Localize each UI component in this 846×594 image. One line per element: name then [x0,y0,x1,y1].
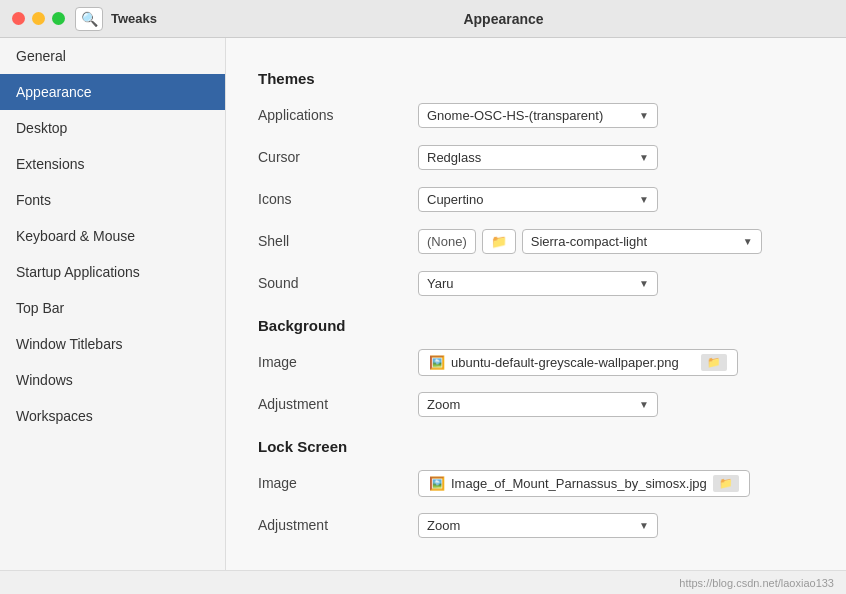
sidebar-item-startup-applications[interactable]: Startup Applications [0,254,225,290]
folder-icon: 📁 [491,234,507,249]
applications-arrow-icon: ▼ [639,110,649,121]
bg-image-label: Image [258,354,418,370]
ls-adjustment-row: Adjustment Zoom ▼ [258,509,814,541]
bg-image-control: 🖼️ ubuntu-default-greyscale-wallpaper.pn… [418,349,738,376]
sound-value: Yaru [427,276,454,291]
bg-adjustment-dropdown[interactable]: Zoom ▼ [418,392,658,417]
ls-adjustment-value: Zoom [427,518,460,533]
ls-adjustment-label: Adjustment [258,517,418,533]
ls-image-picker[interactable]: 🖼️ Image_of_Mount_Parnassus_by_simosx.jp… [418,470,750,497]
search-button[interactable]: 🔍 [75,7,103,31]
ls-image-icon: 🖼️ [429,476,445,491]
bg-adjustment-control: Zoom ▼ [418,392,658,417]
sidebar-item-keyboard-mouse[interactable]: Keyboard & Mouse [0,218,225,254]
sound-dropdown[interactable]: Yaru ▼ [418,271,658,296]
cursor-value: Redglass [427,150,481,165]
shell-folder-button[interactable]: 📁 [482,229,516,254]
main-layout: General Appearance Desktop Extensions Fo… [0,38,846,570]
cursor-label: Cursor [258,149,418,165]
close-button[interactable] [12,12,25,25]
maximize-button[interactable] [52,12,65,25]
sidebar-item-fonts[interactable]: Fonts [0,182,225,218]
ls-image-folder-button[interactable]: 📁 [713,475,739,492]
title-bar: 🔍 Tweaks Appearance [0,0,846,38]
sidebar-item-extensions[interactable]: Extensions [0,146,225,182]
bg-image-icon: 🖼️ [429,355,445,370]
window-title: Appearance [173,11,834,27]
sidebar-item-top-bar[interactable]: Top Bar [0,290,225,326]
cursor-dropdown[interactable]: Redglass ▼ [418,145,658,170]
applications-value: Gnome-OSC-HS-(transparent) [427,108,603,123]
shell-none-badge[interactable]: (None) [418,229,476,254]
applications-label: Applications [258,107,418,123]
bg-image-row: Image 🖼️ ubuntu-default-greyscale-wallpa… [258,346,814,378]
icons-label: Icons [258,191,418,207]
ls-adjustment-control: Zoom ▼ [418,513,658,538]
applications-row: Applications Gnome-OSC-HS-(transparent) … [258,99,814,131]
bg-adjustment-arrow-icon: ▼ [639,399,649,410]
shell-dropdown[interactable]: Sierra-compact-light ▼ [522,229,762,254]
ls-image-control: 🖼️ Image_of_Mount_Parnassus_by_simosx.jp… [418,470,750,497]
applications-dropdown[interactable]: Gnome-OSC-HS-(transparent) ▼ [418,103,658,128]
background-section-title: Background [258,317,814,334]
shell-row: Shell (None) 📁 Sierra-compact-light ▼ [258,225,814,257]
bg-adjustment-value: Zoom [427,397,460,412]
sidebar: General Appearance Desktop Extensions Fo… [0,38,226,570]
icons-value: Cupertino [427,192,483,207]
bg-adjustment-row: Adjustment Zoom ▼ [258,388,814,420]
icons-control: Cupertino ▼ [418,187,658,212]
ls-image-row: Image 🖼️ Image_of_Mount_Parnassus_by_sim… [258,467,814,499]
bg-image-folder-button[interactable]: 📁 [701,354,727,371]
ls-adjustment-dropdown[interactable]: Zoom ▼ [418,513,658,538]
sidebar-item-workspaces[interactable]: Workspaces [0,398,225,434]
icons-dropdown[interactable]: Cupertino ▼ [418,187,658,212]
shell-control: (None) 📁 Sierra-compact-light ▼ [418,229,762,254]
themes-section-title: Themes [258,70,814,87]
shell-value: Sierra-compact-light [531,234,647,249]
bg-image-value: ubuntu-default-greyscale-wallpaper.png [451,355,679,370]
icons-row: Icons Cupertino ▼ [258,183,814,215]
applications-control: Gnome-OSC-HS-(transparent) ▼ [418,103,658,128]
bg-image-picker[interactable]: 🖼️ ubuntu-default-greyscale-wallpaper.pn… [418,349,738,376]
shell-arrow-icon: ▼ [743,236,753,247]
window-controls [12,12,65,25]
sound-control: Yaru ▼ [418,271,658,296]
sidebar-item-windows[interactable]: Windows [0,362,225,398]
cursor-arrow-icon: ▼ [639,152,649,163]
sound-row: Sound Yaru ▼ [258,267,814,299]
cursor-row: Cursor Redglass ▼ [258,141,814,173]
minimize-button[interactable] [32,12,45,25]
status-url: https://blog.csdn.net/laoxiao133 [679,577,834,589]
sidebar-item-general[interactable]: General [0,38,225,74]
ls-adjustment-arrow-icon: ▼ [639,520,649,531]
sidebar-item-window-titlebars[interactable]: Window Titlebars [0,326,225,362]
lockscreen-section-title: Lock Screen [258,438,814,455]
ls-image-label: Image [258,475,418,491]
search-icon: 🔍 [81,11,98,27]
sound-arrow-icon: ▼ [639,278,649,289]
cursor-control: Redglass ▼ [418,145,658,170]
sound-label: Sound [258,275,418,291]
content-area: Themes Applications Gnome-OSC-HS-(transp… [226,38,846,570]
shell-label: Shell [258,233,418,249]
bg-adjustment-label: Adjustment [258,396,418,412]
icons-arrow-icon: ▼ [639,194,649,205]
app-name: Tweaks [111,11,157,26]
sidebar-item-desktop[interactable]: Desktop [0,110,225,146]
sidebar-item-appearance[interactable]: Appearance [0,74,225,110]
ls-image-value: Image_of_Mount_Parnassus_by_simosx.jpg [451,476,707,491]
status-bar: https://blog.csdn.net/laoxiao133 [0,570,846,594]
